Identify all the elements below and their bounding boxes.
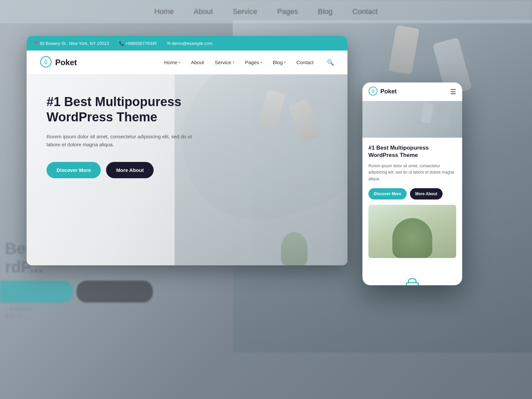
hero-phone-1 bbox=[288, 99, 320, 143]
hero-buttons: Discover More More About bbox=[47, 162, 206, 178]
bg-nav-pages: Pages bbox=[277, 7, 298, 16]
logo-icon bbox=[40, 56, 52, 69]
svg-point-1 bbox=[45, 61, 47, 63]
desktop-topbar-email: ✉ demo@example.com bbox=[167, 41, 213, 46]
hero-subtitle: Rorem ipsum dolor sit amet, consectetur … bbox=[47, 133, 206, 149]
background-nav: Home About Service Pages Blog Contact bbox=[0, 0, 532, 23]
nav-blog-chevron: ▾ bbox=[284, 61, 286, 64]
hero-content: #1 Best Multipopuress WordPress Theme Ro… bbox=[47, 94, 206, 178]
lock-icon bbox=[405, 275, 420, 285]
mobile-logo-text: Poket bbox=[380, 88, 397, 95]
nav-item-blog[interactable]: Blog ▾ bbox=[273, 60, 286, 65]
discover-more-button[interactable]: Discover More bbox=[47, 162, 101, 178]
nav-item-about[interactable]: About bbox=[191, 60, 204, 65]
nav-pages-chevron: ▾ bbox=[260, 61, 262, 64]
desktop-mockup: 📍 92 Bowery St., New York, NY 10013 📞 +9… bbox=[27, 36, 347, 265]
mobile-hero-title: #1 Best Multipopuress WordPress Theme bbox=[368, 144, 456, 159]
more-about-button[interactable]: More About bbox=[106, 162, 154, 178]
desktop-logo[interactable]: Poket bbox=[40, 56, 77, 69]
nav-item-pages[interactable]: Pages ▾ bbox=[245, 60, 262, 65]
mobile-content: #1 Best Multipopuress WordPress Theme Ro… bbox=[362, 138, 462, 271]
bg-nav-contact: Contact bbox=[352, 7, 378, 16]
topbar-email-text: demo@example.com bbox=[172, 41, 212, 46]
desktop-navigation: Home ▾ About Service ▾ Pages ▾ Blog ▾ Co… bbox=[164, 59, 334, 66]
nav-service-chevron: ▾ bbox=[233, 61, 234, 64]
location-icon: 📍 bbox=[33, 41, 39, 46]
mobile-footer bbox=[362, 271, 462, 285]
mobile-logo-icon bbox=[368, 86, 378, 97]
hero-title-line1: #1 Best Multipopuress bbox=[47, 95, 181, 109]
lock-icon-container bbox=[403, 275, 422, 285]
desktop-topbar-phone: 📞 +998556778345 bbox=[119, 41, 157, 46]
hero-title-line2: WordPress Theme bbox=[47, 110, 157, 124]
bg-ghost-dark-button bbox=[76, 281, 153, 303]
nav-about-label: About bbox=[191, 60, 204, 65]
nav-blog-label: Blog bbox=[273, 60, 283, 65]
bg-nav-blog: Blog bbox=[318, 7, 332, 16]
mobile-discover-more-button[interactable]: Discover More bbox=[368, 188, 407, 200]
mobile-hero-image bbox=[362, 101, 462, 138]
bg-nav-service: Service bbox=[233, 7, 257, 16]
mobile-more-about-button[interactable]: More About bbox=[410, 188, 443, 200]
svg-rect-4 bbox=[406, 283, 418, 285]
nav-home-label: Home bbox=[164, 60, 177, 65]
mobile-preview-image bbox=[368, 205, 456, 258]
nav-item-home[interactable]: Home ▾ bbox=[164, 60, 180, 65]
svg-point-3 bbox=[372, 90, 374, 92]
mobile-logo[interactable]: Poket bbox=[368, 86, 397, 97]
email-icon: ✉ bbox=[167, 41, 171, 46]
mobile-mockup: Poket ☰ #1 Best Multipopuress WordPress … bbox=[362, 82, 462, 285]
topbar-address-text: 92 Bowery St., New York, NY 10013 bbox=[40, 41, 109, 46]
desktop-topbar-address: 📍 92 Bowery St., New York, NY 10013 bbox=[33, 41, 109, 46]
mobile-hero-buttons: Discover More More About bbox=[368, 188, 456, 200]
nav-home-chevron: ▾ bbox=[179, 61, 180, 64]
desktop-hero: #1 Best Multipopuress WordPress Theme Ro… bbox=[27, 74, 347, 265]
mobile-menu-icon[interactable]: ☰ bbox=[450, 88, 456, 96]
bg-nav-home: Home bbox=[154, 7, 174, 16]
phone-icon: 📞 bbox=[119, 41, 124, 46]
mobile-hero-subtitle: Rorem ipsum dolor sit amet, consectetur … bbox=[368, 163, 456, 182]
bg-nav-about: About bbox=[194, 7, 213, 16]
nav-item-service[interactable]: Service ▾ bbox=[215, 60, 234, 65]
topbar-phone-text: +998556778345 bbox=[125, 41, 157, 46]
nav-pages-label: Pages bbox=[245, 60, 259, 65]
hero-phone-2 bbox=[258, 89, 286, 129]
header-search-icon[interactable]: 🔍 bbox=[327, 59, 334, 66]
bg-ghost-subtitle: ...n dolorelore m... bbox=[5, 305, 32, 319]
nav-item-contact[interactable]: Contact bbox=[296, 60, 314, 65]
nav-service-label: Service bbox=[215, 60, 231, 65]
desktop-logo-text: Poket bbox=[55, 58, 77, 67]
mobile-hero-phone-2 bbox=[421, 102, 434, 123]
hero-title: #1 Best Multipopuress WordPress Theme bbox=[47, 94, 206, 125]
mobile-plant-decoration bbox=[392, 218, 432, 258]
desktop-topbar: 📍 92 Bowery St., New York, NY 10013 📞 +9… bbox=[27, 36, 347, 51]
mobile-header: Poket ☰ bbox=[362, 82, 462, 101]
hero-plant-decoration bbox=[281, 232, 308, 265]
desktop-header: Poket Home ▾ About Service ▾ Pages ▾ Blo… bbox=[27, 51, 347, 74]
bg-ghost-teal-button bbox=[0, 281, 73, 303]
nav-contact-label: Contact bbox=[296, 60, 314, 65]
mobile-hero-phone-1 bbox=[435, 103, 452, 129]
